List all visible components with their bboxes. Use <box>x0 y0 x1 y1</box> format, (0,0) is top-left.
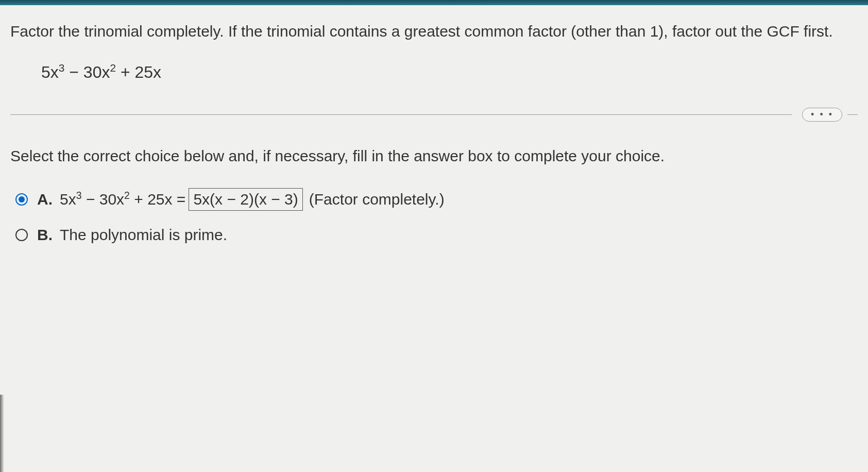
answer-choices: A. 5x3 − 30x2 + 25x = 5x(x − 2)(x − 3) (… <box>15 188 858 244</box>
choice-a-radio[interactable] <box>15 193 28 206</box>
question-content: Factor the trinomial completely. If the … <box>0 5 868 275</box>
top-accent-bar <box>0 0 868 5</box>
divider-line-end <box>847 114 858 115</box>
choice-b-text: The polynomial is prime. <box>60 226 227 244</box>
choice-b-radio[interactable] <box>15 229 28 241</box>
question-expression: 5x3 − 30x2 + 25x <box>41 63 858 82</box>
divider-line <box>10 114 792 115</box>
section-divider: • • • <box>10 108 858 122</box>
choice-a-label: A. <box>37 191 53 208</box>
choice-a-row: A. 5x3 − 30x2 + 25x = 5x(x − 2)(x − 3) (… <box>15 188 858 211</box>
choice-a-equation: 5x3 − 30x2 + 25x = 5x(x − 2)(x − 3) (Fac… <box>60 188 445 211</box>
more-options-button[interactable]: • • • <box>802 108 842 122</box>
choice-a-lhs: 5x3 − 30x2 + 25x = <box>60 191 185 208</box>
choice-b-row: B. The polynomial is prime. <box>15 226 858 244</box>
choice-a-hint: (Factor completely.) <box>309 191 445 208</box>
screen-edge-shadow <box>0 395 4 472</box>
answer-input-box[interactable]: 5x(x − 2)(x − 3) <box>189 188 302 211</box>
answer-instruction: Select the correct choice below and, if … <box>10 147 858 165</box>
question-prompt: Factor the trinomial completely. If the … <box>10 21 858 42</box>
choice-b-label: B. <box>37 226 53 244</box>
